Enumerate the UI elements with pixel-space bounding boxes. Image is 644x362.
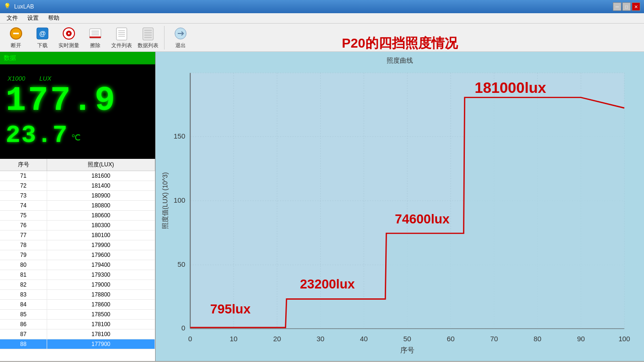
left-panel: 数据 X1000 LUX 177.9 23.7 ℃ 序号 照度(LUX) 711… [0,52,156,361]
svg-text:40: 40 [360,335,368,343]
svg-text:@: @ [39,30,46,37]
table-row[interactable]: 71181600 [0,171,155,181]
exit-label: 退出 [175,42,186,49]
table-cell-lux: 177900 [47,339,155,349]
toolbar-divider [164,26,165,49]
table-row[interactable]: 79179600 [0,250,155,260]
table-cell-seq: 76 [0,221,47,230]
col-header-lux: 照度(LUX) [47,159,155,171]
table-cell-seq: 88 [0,339,47,349]
table-cell-lux: 179600 [47,250,155,260]
right-panel: 照度曲线 [156,52,644,361]
chart-title: 照度曲线 [160,57,639,65]
datalist-icon [140,26,156,41]
title-bar: 💡 LuxLAB ─ □ ✕ [0,0,644,13]
app-icon: 💡 [4,3,11,10]
svg-text:74600lux: 74600lux [395,212,450,226]
display-label-lux: LUX [40,75,51,82]
download-label: 下载 [37,42,48,49]
menu-help[interactable]: 帮助 [43,13,64,23]
data-table-container: 序号 照度(LUX) 71181600721814007318090074180… [0,159,155,361]
window-title: LuxLAB [14,3,613,10]
erase-button[interactable]: 擦除 [83,24,107,51]
svg-text:0: 0 [188,335,192,343]
temp-value: 23.7 [6,122,68,149]
table-row[interactable]: 75180600 [0,211,155,221]
table-cell-seq: 71 [0,171,47,181]
table-row[interactable]: 76180300 [0,221,155,230]
table-row[interactable]: 88177900 [0,339,155,349]
table-row[interactable]: 78179900 [0,240,155,250]
realtime-button[interactable]: 实时测量 [57,24,81,51]
svg-text:30: 30 [316,335,324,343]
table-row[interactable]: 81179300 [0,270,155,280]
disconnect-button[interactable]: 断开 [4,24,28,51]
erase-icon [88,26,103,41]
table-row[interactable]: 84178600 [0,300,155,310]
display-labels: X1000 LUX [6,75,149,82]
svg-rect-17 [143,28,153,40]
table-row[interactable]: 80179400 [0,260,155,270]
table-cell-lux: 179300 [47,270,155,280]
table-cell-seq: 79 [0,250,47,260]
main-content: P20的四挡照度情况 数据 X1000 LUX 177.9 23.7 ℃ 序号 … [0,52,644,361]
col-header-seq: 序号 [0,159,47,171]
table-scroll[interactable]: 7118160072181400731809007418080075180600… [0,171,155,361]
svg-text:150: 150 [173,132,185,140]
table-cell-seq: 78 [0,240,47,250]
table-row[interactable]: 86178100 [0,320,155,329]
table-row[interactable]: 72181400 [0,181,155,191]
erase-label: 擦除 [90,42,100,49]
window-controls: ─ □ ✕ [613,2,640,11]
svg-text:80: 80 [534,335,541,343]
table-cell-lux: 178800 [47,290,155,299]
table-cell-lux: 180300 [47,221,155,230]
disconnect-label: 断开 [11,42,21,49]
datalist-button[interactable]: 数据列表 [136,24,160,51]
download-icon: @ [35,26,50,41]
datalist-label: 数据列表 [138,42,158,49]
svg-text:10: 10 [230,335,237,343]
table-cell-seq: 83 [0,290,47,299]
table-cell-lux: 180900 [47,191,155,200]
svg-text:795lux: 795lux [210,302,251,316]
menu-bar: 文件 设置 帮助 [0,13,644,24]
realtime-label: 实时测量 [58,42,79,49]
table-cell-lux: 180100 [47,230,155,240]
disconnect-icon [8,26,24,41]
filelist-icon [114,26,129,41]
table-cell-seq: 85 [0,310,47,319]
svg-text:50: 50 [177,261,185,268]
chart-area: 0 50 100 150 0 10 20 30 40 50 60 70 80 9… [160,68,639,354]
table-cell-lux: 178600 [47,300,155,309]
download-button[interactable]: @ 下载 [30,24,55,51]
table-row[interactable]: 74180800 [0,201,155,211]
svg-text:序号: 序号 [400,346,414,354]
table-row[interactable]: 87178100 [0,329,155,339]
table-row[interactable]: 73180900 [0,191,155,201]
exit-button[interactable]: 退出 [168,24,193,51]
minimize-button[interactable]: ─ [613,2,621,11]
svg-rect-19 [144,32,152,33]
main-value: 177.9 [6,84,149,118]
table-cell-seq: 86 [0,320,47,329]
menu-settings[interactable]: 设置 [23,13,43,23]
maximize-button[interactable]: □ [622,2,631,11]
menu-file[interactable]: 文件 [2,13,23,23]
table-cell-seq: 87 [0,329,47,339]
svg-text:50: 50 [404,335,411,343]
close-button[interactable]: ✕ [632,2,640,11]
table-row[interactable]: 82179000 [0,280,155,290]
table-cell-lux: 178500 [47,310,155,319]
svg-text:20: 20 [273,335,281,343]
svg-rect-12 [116,28,127,40]
filelist-button[interactable]: 文件列表 [109,24,134,51]
table-cell-seq: 84 [0,300,47,309]
display-label-x1000: X1000 [8,75,25,82]
svg-text:100: 100 [173,197,185,204]
table-row[interactable]: 85178500 [0,310,155,320]
svg-text:181000lux: 181000lux [475,79,546,96]
table-row[interactable]: 83178800 [0,290,155,300]
table-row[interactable]: 77180100 [0,230,155,240]
table-cell-seq: 80 [0,260,47,270]
